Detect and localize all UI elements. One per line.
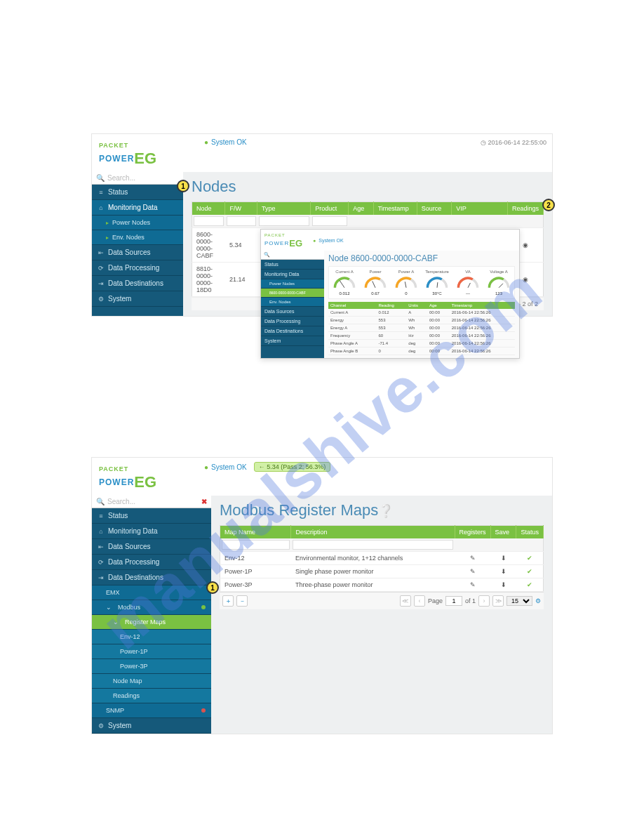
- rcol-age: Age: [427, 302, 450, 309]
- filter-desc[interactable]: [293, 540, 453, 550]
- nav-data-destinations[interactable]: ⇥Data Destinations: [92, 570, 211, 585]
- mini-search[interactable]: 🔍: [261, 251, 324, 260]
- nav-data-processing[interactable]: ⟳Data Processing: [92, 260, 183, 276]
- cell-map: Env-12: [220, 552, 291, 565]
- download-icon[interactable]: ⬇: [490, 565, 516, 578]
- col-status[interactable]: Status: [516, 526, 544, 539]
- page-input[interactable]: [445, 596, 462, 606]
- nav-env12[interactable]: Env-12: [92, 630, 211, 644]
- cell-reading: 553: [377, 324, 407, 332]
- edit-icon[interactable]: ✎: [455, 565, 490, 578]
- nav-emx[interactable]: EMX: [92, 585, 211, 600]
- nav-readings[interactable]: Readings: [92, 689, 211, 703]
- mini-nav-data-processing[interactable]: Data Processing: [261, 317, 324, 326]
- table-row[interactable]: Power-1P Single phase power monitor ✎ ⬇ …: [220, 565, 544, 578]
- nav-monitoring-data[interactable]: ⌂Monitoring Data: [92, 524, 211, 539]
- col-registers[interactable]: Registers: [455, 526, 490, 539]
- remove-button[interactable]: －: [236, 595, 248, 607]
- col-product[interactable]: Product: [311, 202, 349, 216]
- search-icon: 🔍: [96, 174, 105, 182]
- table-row[interactable]: Power-3P Three-phase power monitor ✎ ⬇ ✔: [220, 578, 544, 592]
- filter-product[interactable]: [312, 216, 347, 226]
- detail-title: Node 8600-0000-0000-CABF: [328, 253, 515, 263]
- prev-page-button[interactable]: ‹: [414, 595, 425, 607]
- nav-data-sources[interactable]: ⇤Data Sources: [92, 245, 183, 260]
- input-icon: ⇤: [98, 543, 105, 550]
- mini-nav-node-selected[interactable]: 8600-0000-0000-CABF: [261, 289, 324, 298]
- col-node[interactable]: Node: [192, 202, 225, 216]
- cell-reading: 60: [377, 332, 407, 340]
- cell-age: 00:00: [427, 324, 450, 332]
- help-icon[interactable]: ❔: [378, 504, 394, 518]
- clear-search-icon[interactable]: ✖: [201, 498, 207, 505]
- status-dot-icon: [201, 708, 206, 713]
- last-page-button[interactable]: ≫: [492, 595, 504, 607]
- mini-nav-monitoring[interactable]: Monitoring Data: [261, 270, 324, 279]
- nav-node-map[interactable]: Node Map: [92, 674, 211, 689]
- download-icon[interactable]: ⬇: [490, 578, 516, 592]
- nav-power-nodes[interactable]: ▸Power Nodes: [92, 216, 183, 230]
- col-age[interactable]: Age: [349, 202, 373, 216]
- nav-system[interactable]: ⚙System: [92, 718, 211, 734]
- col-save[interactable]: Save: [490, 526, 516, 539]
- mini-search-input[interactable]: [273, 253, 332, 257]
- mini-logo-bottom: POWER: [264, 240, 289, 246]
- nav-status[interactable]: ≡Status: [92, 508, 211, 524]
- mini-nav-status[interactable]: Status: [261, 260, 324, 270]
- col-readings[interactable]: Readings: [507, 202, 543, 216]
- nav-power1p[interactable]: Power-1P: [92, 644, 211, 659]
- nav-system[interactable]: ⚙System: [92, 291, 183, 307]
- filter-type[interactable]: [259, 216, 309, 226]
- nav-snmp[interactable]: SNMP: [92, 703, 211, 718]
- search-input[interactable]: [107, 498, 199, 505]
- col-map-name[interactable]: Map Name: [220, 526, 291, 539]
- nav-data-processing[interactable]: ⟳Data Processing: [92, 555, 211, 570]
- filter-map[interactable]: [222, 540, 290, 550]
- nav-monitoring-data[interactable]: ⌂Monitoring Data: [92, 200, 183, 216]
- edit-icon[interactable]: ✎: [455, 578, 490, 592]
- logo-packet: PACKET: [99, 465, 128, 472]
- col-vip[interactable]: VIP: [452, 202, 508, 216]
- nav-data-sources[interactable]: ⇤Data Sources: [92, 539, 211, 555]
- nav-status[interactable]: ≡Status: [92, 185, 183, 200]
- col-fw[interactable]: F/W: [225, 202, 257, 216]
- nav-modbus[interactable]: ⌄Modbus: [92, 600, 211, 615]
- edit-icon[interactable]: ✎: [455, 552, 490, 565]
- cell-units: Wh: [406, 324, 427, 332]
- mini-nav-system[interactable]: System: [261, 336, 324, 346]
- nav-register-maps[interactable]: ⌄Register Maps: [92, 615, 211, 630]
- gauges-row: Current A 0.012Power 0.67Power A 0Temper…: [328, 266, 515, 299]
- page-size-select[interactable]: 15: [507, 596, 532, 606]
- nav-data-destinations[interactable]: ⇥Data Destinations: [92, 276, 183, 291]
- mini-nav-power-nodes[interactable]: Power Nodes: [261, 279, 324, 289]
- filter-node[interactable]: [194, 216, 224, 226]
- logo-eg: EG: [134, 473, 156, 491]
- add-button[interactable]: ＋: [222, 595, 234, 607]
- table-row[interactable]: Env-12 Environmental monitor, 1+12 chann…: [220, 552, 544, 565]
- sidebar: 🔍 ✖ ≡Status ⌂Monitoring Data ▸Power Node…: [92, 172, 183, 316]
- cell-map: Power-3P: [220, 578, 291, 592]
- maps-table: Map Name Description Registers Save Stat…: [220, 525, 544, 592]
- search-box[interactable]: 🔍 ✖: [92, 496, 211, 508]
- col-source[interactable]: Source: [417, 202, 452, 216]
- filter-fw[interactable]: [227, 216, 256, 226]
- col-type[interactable]: Type: [257, 202, 311, 216]
- cell-age: 00:00: [427, 340, 450, 348]
- node-detail-popup: PACKET POWEREG System OK 🔍 Status Monito…: [260, 229, 520, 359]
- screenshot-nodes: PACKET POWEREG System OK 2016-06-14 22:5…: [91, 133, 553, 317]
- col-description[interactable]: Description: [291, 526, 455, 539]
- next-page-button[interactable]: ›: [478, 595, 490, 607]
- download-icon[interactable]: ⬇: [490, 552, 516, 565]
- nav-env-nodes[interactable]: ▸Env. Nodes: [92, 230, 183, 245]
- first-page-button[interactable]: ≪: [400, 595, 411, 607]
- gauge-label: VA: [454, 270, 482, 274]
- nav-data-sources-label: Data Sources: [108, 249, 151, 256]
- settings-gear-icon[interactable]: ⚙: [535, 597, 541, 604]
- mini-nav-data-sources[interactable]: Data Sources: [261, 307, 324, 317]
- search-box[interactable]: 🔍 ✖: [92, 172, 183, 185]
- svg-line-4: [468, 283, 470, 288]
- mini-nav-data-destinations[interactable]: Data Destinations: [261, 326, 324, 336]
- col-timestamp[interactable]: Timestamp: [373, 202, 417, 216]
- mini-nav-env-nodes[interactable]: Env. Nodes: [261, 298, 324, 307]
- nav-power3p[interactable]: Power-3P: [92, 659, 211, 674]
